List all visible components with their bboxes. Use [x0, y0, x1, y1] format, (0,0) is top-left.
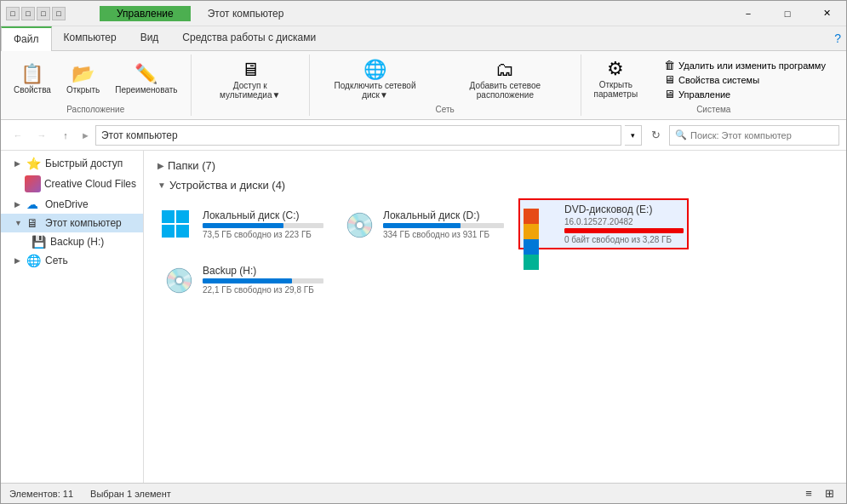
delete-program-item[interactable]: 🗑 Удалить или изменить программу: [661, 58, 829, 72]
address-path[interactable]: Этот компьютер: [95, 125, 621, 146]
manage-icon: 🖥: [664, 88, 675, 100]
properties-button[interactable]: 📋 Свойства: [8, 61, 57, 98]
tab-view[interactable]: Вид: [129, 26, 171, 50]
media-access-button[interactable]: 🖥 Доступ к мультимедиа▼: [198, 57, 302, 103]
rename-button[interactable]: ✏️ Переименовать: [109, 61, 183, 98]
drive-c-bar-bg: [203, 223, 323, 228]
drive-e-bar-fill: [564, 228, 684, 233]
onedrive-arrow: ▶: [14, 200, 25, 209]
tab-computer[interactable]: Компьютер: [52, 26, 129, 50]
office-square-1: [524, 209, 539, 224]
quick-access-arrow: ▶: [14, 159, 25, 168]
maximize-button[interactable]: □: [768, 1, 807, 26]
drive-e[interactable]: DVD-дисковод (E:) 16.0.12527.20482 0 бай…: [518, 198, 689, 249]
view-controls: ≡ ⊞: [800, 485, 838, 502]
forward-button[interactable]: →: [31, 125, 52, 146]
sidebar-item-onedrive[interactable]: ▶ ☁ OneDrive: [1, 195, 143, 214]
tab-disk-tools[interactable]: Средства работы с дисками: [170, 26, 328, 50]
refresh-button[interactable]: ↻: [645, 125, 666, 146]
drive-e-size: 0 байт свободно из 3,28 ГБ: [564, 235, 684, 244]
open-label: Открыть: [66, 85, 100, 94]
minimize-button[interactable]: −: [729, 1, 768, 26]
folders-section-header[interactable]: ▶ Папки (7): [157, 159, 833, 172]
list-view-button[interactable]: ≡: [800, 485, 817, 502]
ribbon-content: 📋 Свойства 📂 Открыть ✏️ Переименовать Ра…: [1, 51, 846, 120]
search-box[interactable]: 🔍: [669, 125, 839, 146]
drive-h-size: 22,1 ГБ свободно из 29,8 ГБ: [203, 285, 323, 295]
breadcrumb-separator: ►: [81, 130, 90, 140]
help-icon[interactable]: ?: [829, 26, 846, 50]
up-button[interactable]: ↑: [55, 125, 76, 146]
map-drive-button[interactable]: 🌐 Подключить сетевой диск▼: [317, 57, 433, 103]
back-button[interactable]: ←: [8, 125, 28, 146]
sidebar-item-backup[interactable]: 💾 Backup (H:): [1, 232, 143, 251]
drive-d-size: 334 ГБ свободно из 931 ГБ: [383, 230, 504, 239]
open-settings-button[interactable]: ⚙ Открыть параметры: [588, 56, 644, 102]
search-input[interactable]: [690, 130, 833, 140]
map-drive-label: Подключить сетевой диск▼: [323, 81, 427, 100]
creative-cloud-icon: [25, 175, 41, 192]
open-button[interactable]: 📂 Открыть: [60, 61, 106, 98]
close-button[interactable]: ✕: [807, 1, 846, 26]
add-network-button[interactable]: 🗂 Добавить сетевое расположение: [437, 57, 573, 103]
drive-e-info: DVD-дисковод (E:) 16.0.12527.20482 0 бай…: [564, 203, 684, 244]
title-bar: □ □ □ □ Управление Этот компьютер − □ ✕: [1, 1, 846, 26]
win-logo-q1: [162, 210, 175, 223]
system-group-container: ⚙ Открыть параметры 🗑 Удалить или измени…: [588, 56, 839, 103]
drive-c-icon: [162, 210, 196, 238]
drive-h[interactable]: 💿 Backup (H:) 22,1 ГБ свободно из 29,8 Г…: [157, 260, 328, 300]
media-group-label: [249, 105, 251, 114]
manage-item[interactable]: 🖥 Управление: [661, 87, 829, 101]
address-bar: ← → ↑ ► Этот компьютер ▾ ↻ 🔍: [1, 120, 846, 151]
window-icon-3: □: [37, 7, 50, 20]
drive-c-name: Локальный диск (C:): [203, 209, 323, 221]
drive-c-bar-fill: [203, 223, 283, 228]
sidebar-item-creative-cloud[interactable]: Creative Cloud Files: [1, 173, 143, 195]
this-pc-icon: 🖥: [26, 216, 42, 230]
manage-label: Управление: [678, 89, 730, 100]
items-count: Элементов: 11: [9, 489, 73, 499]
grid-view-button[interactable]: ⊞: [821, 485, 838, 502]
properties-label: Свойства: [14, 85, 51, 94]
ribbon-group-media: 🖥 Доступ к мультимедиа▼: [192, 54, 310, 116]
ribbon-tabs: Файл Компьютер Вид Средства работы с дис…: [1, 26, 846, 51]
win-logo-q3: [162, 225, 175, 238]
office-square-3: [524, 239, 539, 255]
window-icon-2: □: [21, 7, 35, 20]
drive-d-bar-fill: [383, 223, 461, 228]
devices-section-title: Устройства и диски (4): [169, 179, 285, 192]
drive-c[interactable]: Локальный диск (C:) 73,5 ГБ свободно из …: [157, 198, 328, 249]
title-bar-icons: □ □ □ □: [1, 7, 66, 20]
sidebar-item-this-pc[interactable]: ▼ 🖥 Этот компьютер: [1, 214, 143, 232]
location-group-label: Расположение: [66, 105, 124, 114]
devices-section-header[interactable]: ▼ Устройства и диски (4): [157, 179, 833, 192]
folders-arrow: ▶: [157, 161, 164, 170]
ribbon-group-location: 📋 Свойства 📂 Открыть ✏️ Переименовать Ра…: [1, 54, 192, 116]
office-square-4: [524, 255, 539, 270]
map-drive-icon: 🌐: [363, 60, 386, 79]
drive-h-info: Backup (H:) 22,1 ГБ свободно из 29,8 ГБ: [203, 265, 323, 295]
content-area: ▶ Папки (7) ▼ Устройства и диски (4): [144, 151, 846, 483]
drive-d-bar-bg: [383, 223, 504, 228]
windows-logo: [162, 210, 189, 238]
drive-d-info: Локальный диск (D:) 334 ГБ свободно из 9…: [383, 209, 504, 239]
backup-drive-icon: 💿: [164, 267, 194, 294]
delete-program-label: Удалить или изменить программу: [678, 60, 826, 71]
drive-d[interactable]: 💿 Локальный диск (D:) 334 ГБ свободно из…: [338, 198, 508, 249]
media-icon: 🖥: [241, 60, 260, 79]
onedrive-icon: ☁: [26, 198, 42, 211]
address-dropdown-button[interactable]: ▾: [625, 125, 642, 146]
devices-arrow: ▼: [157, 180, 166, 190]
quick-access-icon: ⭐: [26, 157, 42, 170]
this-pc-label: Этот компьютер: [45, 217, 122, 229]
open-settings-label: Открыть параметры: [594, 80, 638, 99]
selected-count: Выбран 1 элемент: [90, 489, 171, 499]
tab-file[interactable]: Файл: [1, 26, 52, 51]
sidebar-item-quick-access[interactable]: ▶ ⭐ Быстрый доступ: [1, 154, 143, 173]
sidebar-item-network[interactable]: ▶ 🌐 Сеть: [1, 251, 143, 270]
rename-icon: ✏️: [134, 65, 157, 83]
backup-icon: 💾: [31, 235, 47, 249]
drive-e-name: DVD-дисковод (E:): [564, 203, 684, 215]
search-icon: 🔍: [675, 129, 687, 140]
system-props-item[interactable]: 🖥 Свойства системы: [661, 72, 829, 87]
